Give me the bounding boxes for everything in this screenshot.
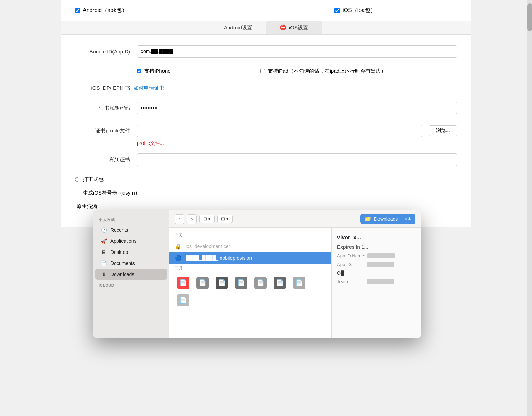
support-iphone-checkbox[interactable] [137,69,141,73]
nav-back-icon: ‹ [179,216,180,222]
raw-mix-label: 原生混淆 [77,203,97,209]
sidebar-icloud-label: iCloud [93,280,169,289]
tab-android[interactable]: Android设置 [210,21,266,34]
feb-file-4[interactable]: 📄 [233,275,250,290]
feb-file-icon-4: 📄 [235,277,247,289]
tab-bar: Android设置 ⛔ iOS设置 [61,21,471,35]
feb-file-8[interactable]: 📄 [175,293,192,308]
feb-file-icon-6: 📄 [274,277,286,289]
profile-row: 证书profile文件 浏览... [75,125,457,137]
recents-icon: 🕐 [101,227,107,233]
file-dialog: 个人收藏 🕐 Recents 🚀 Applications 🖥 Desktop … [93,210,421,338]
private-key-input[interactable] [137,153,457,166]
view-columns-button[interactable]: ⊞ ▾ [199,215,215,223]
bundle-id-row: Bundle ID(AppID) [75,45,457,58]
raw-mix-row: 原生混淆 [75,203,457,210]
file-item-provision[interactable]: 🔵 ████_████_mobileprovision [169,252,331,264]
scrollbar[interactable] [527,0,532,416]
cert-label: iOS IDP/IEP证书 [75,85,130,91]
applications-icon: 🚀 [101,238,107,244]
dialog-sidebar: 个人收藏 🕐 Recents 🚀 Applications 🖥 Desktop … [93,210,169,338]
private-key-row: 私钥证书 [75,153,457,166]
preview-subtitle: Expires In 1... [337,244,415,250]
sidebar-item-applications[interactable]: 🚀 Applications [95,236,167,247]
scrollbar-thumb[interactable] [527,3,532,31]
preview-app-id-val [367,262,394,267]
dialog-main-content: ‹ › ⊞ ▾ ⊟ ▾ 📁 Downloads ⬆⬇ [169,210,421,338]
location-pill[interactable]: 📁 Downloads ⬆⬇ [360,214,415,224]
sidebar-item-documents[interactable]: 📄 Documents [95,258,167,269]
dialog-filelist: 今天 🔒 ios_development.cer 🔵 ████_████_mob… [169,228,421,338]
feb-files-container: 📄 📄 📄 📄 📄 📄 [169,273,331,310]
nav-back-button[interactable]: ‹ [175,214,184,224]
location-label: Downloads [374,216,398,222]
cert-row: iOS IDP/IEP证书 如何申请证书 [75,85,457,91]
feb-file-5[interactable]: 📄 [252,275,269,290]
support-iphone-item: 支持iPhone [137,68,171,75]
bundle-id-input[interactable] [137,45,457,58]
dsym-checkbox[interactable] [75,191,79,195]
android-checkbox[interactable] [75,8,80,13]
feb-file-icon-3: 📄 [216,277,228,289]
feb-file-icon-8: 📄 [177,294,189,306]
sidebar-item-recents-label: Recents [110,227,128,233]
profile-input[interactable] [137,125,422,137]
formal-radio-label: 打正式包 [83,176,104,183]
view-grid-icon: ⊟ [221,216,225,221]
preview-other-val: O█ [337,270,344,276]
browse-button[interactable]: 浏览... [429,125,457,136]
sidebar-item-downloads-label: Downloads [110,271,134,277]
sidebar-item-downloads[interactable]: ⬇ Downloads [95,269,167,280]
android-label: Android（apk包） [83,7,127,14]
today-header: 今天 [169,231,331,240]
dsym-label: 生成iOS符号表（dsym） [83,190,140,196]
view-columns-arrow: ▾ [208,216,211,221]
sidebar-item-desktop-label: Desktop [110,249,128,255]
preview-app-id-name-key: App ID Name: [337,253,365,258]
feb-header: 二月 [169,264,331,273]
bundle-id-label: Bundle ID(AppID) [75,49,130,55]
view-grid-button[interactable]: ⊟ ▾ [217,215,233,223]
feb-file-7[interactable]: 📄 [290,275,308,290]
view-grid-arrow: ▾ [226,216,229,221]
feb-file-icon-2: 📄 [196,277,209,289]
password-input[interactable] [137,102,457,114]
feb-file-1[interactable]: 📄 [175,275,192,290]
ios-form-section: Bundle ID(AppID) 支持iPhone 支持iPad（不勾选的话，在… [61,35,471,227]
cert-file-icon: 🔒 [175,242,182,250]
support-iphone-label: 支持iPhone [144,68,171,75]
ios-label: iOS（ipa包） [343,7,376,14]
support-ipad-checkbox[interactable] [260,69,265,73]
ios-checkbox[interactable] [334,8,340,13]
sidebar-item-desktop[interactable]: 🖥 Desktop [95,247,167,258]
feb-file-2[interactable]: 📄 [194,275,211,290]
support-ipad-item: 支持iPad（不勾选的话，在ipad上运行时会有黑边） [260,68,386,75]
tab-ios[interactable]: ⛔ iOS设置 [266,21,322,34]
sidebar-item-recents[interactable]: 🕐 Recents [95,225,167,236]
file-item-cert[interactable]: 🔒 ios_development.cer [169,240,331,252]
tab-error-icon: ⛔ [280,24,286,30]
preview-app-id-key: App ID: [337,262,365,267]
profile-label: 证书profile文件 [75,128,130,134]
android-checkbox-item: Android（apk包） [75,7,127,14]
nav-forward-icon: › [191,216,193,222]
provision-file-icon: 🔵 [175,254,182,262]
feb-file-3[interactable]: 📄 [213,275,230,290]
dsym-row: 生成iOS符号表（dsym） [75,190,457,196]
formal-radio[interactable] [75,177,79,182]
feb-file-icon-1: 📄 [177,277,189,289]
preview-team-key: Team: [337,279,365,284]
nav-forward-button[interactable]: › [187,214,197,224]
file-preview-panel: vivor_x... Expires In 1... App ID Name: … [331,228,421,338]
preview-other-row: O█ [337,270,415,276]
top-checkboxes: Android（apk包） iOS（ipa包） [61,0,471,21]
downloads-icon: ⬇ [101,271,107,277]
cert-link[interactable]: 如何申请证书 [134,85,165,91]
profile-hint: profile文件... [75,140,457,147]
sidebar-item-documents-label: Documents [110,260,135,266]
ios-checkbox-item: iOS（ipa包） [334,7,376,14]
support-ipad-label: 支持iPad（不勾选的话，在ipad上运行时会有黑边） [268,68,386,75]
feb-file-6[interactable]: 📄 [271,275,288,290]
file-list-main: 今天 🔒 ios_development.cer 🔵 ████_████_mob… [169,228,331,338]
sidebar-section-personal: 个人收藏 [93,217,169,225]
